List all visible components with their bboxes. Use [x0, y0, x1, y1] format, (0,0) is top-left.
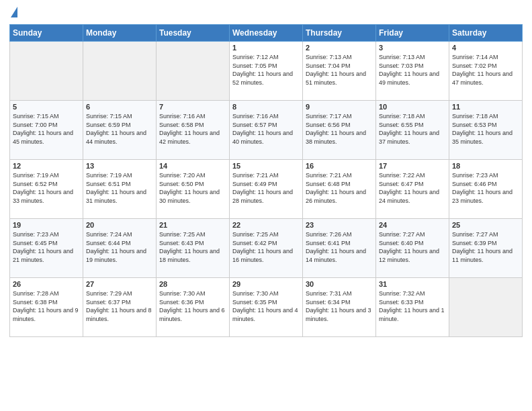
- day-cell-25: 25Sunrise: 7:27 AM Sunset: 6:39 PM Dayli…: [449, 219, 523, 278]
- day-info: Sunrise: 7:20 AM Sunset: 6:50 PM Dayligh…: [159, 171, 226, 205]
- day-cell-3: 3Sunrise: 7:13 AM Sunset: 7:03 PM Daylig…: [376, 42, 449, 101]
- day-info: Sunrise: 7:16 AM Sunset: 6:58 PM Dayligh…: [159, 112, 226, 146]
- day-cell-9: 9Sunrise: 7:17 AM Sunset: 6:56 PM Daylig…: [303, 101, 376, 160]
- day-cell-19: 19Sunrise: 7:23 AM Sunset: 6:45 PM Dayli…: [10, 219, 83, 278]
- day-info: Sunrise: 7:23 AM Sunset: 6:46 PM Dayligh…: [452, 171, 519, 205]
- day-info: Sunrise: 7:22 AM Sunset: 6:47 PM Dayligh…: [379, 171, 446, 205]
- weekday-header-tuesday: Tuesday: [157, 25, 230, 42]
- day-number: 2: [306, 44, 373, 52]
- logo-triangle-icon: [11, 7, 17, 17]
- day-number: 13: [86, 162, 153, 170]
- day-number: 20: [86, 221, 153, 229]
- day-number: 6: [86, 103, 153, 111]
- weekday-header-friday: Friday: [376, 25, 449, 42]
- day-number: 22: [232, 221, 300, 229]
- day-cell-22: 22Sunrise: 7:25 AM Sunset: 6:42 PM Dayli…: [230, 219, 303, 278]
- day-cell-1: 1Sunrise: 7:12 AM Sunset: 7:05 PM Daylig…: [230, 42, 303, 101]
- day-number: 8: [232, 103, 300, 111]
- day-number: 21: [159, 221, 226, 229]
- day-info: Sunrise: 7:12 AM Sunset: 7:05 PM Dayligh…: [232, 53, 300, 87]
- day-info: Sunrise: 7:25 AM Sunset: 6:42 PM Dayligh…: [232, 230, 300, 264]
- day-cell-26: 26Sunrise: 7:28 AM Sunset: 6:38 PM Dayli…: [10, 278, 83, 337]
- day-number: 4: [452, 44, 519, 52]
- day-info: Sunrise: 7:14 AM Sunset: 7:02 PM Dayligh…: [452, 53, 519, 87]
- day-cell-16: 16Sunrise: 7:21 AM Sunset: 6:48 PM Dayli…: [303, 160, 376, 219]
- day-cell-24: 24Sunrise: 7:27 AM Sunset: 6:40 PM Dayli…: [376, 219, 449, 278]
- day-info: Sunrise: 7:13 AM Sunset: 7:04 PM Dayligh…: [306, 53, 373, 87]
- weekday-header-monday: Monday: [83, 25, 157, 42]
- weekday-header-row: SundayMondayTuesdayWednesdayThursdayFrid…: [10, 25, 523, 42]
- day-cell-13: 13Sunrise: 7:19 AM Sunset: 6:51 PM Dayli…: [83, 160, 157, 219]
- day-number: 16: [306, 162, 373, 170]
- day-cell-7: 7Sunrise: 7:16 AM Sunset: 6:58 PM Daylig…: [157, 101, 230, 160]
- week-row-1: 1Sunrise: 7:12 AM Sunset: 7:05 PM Daylig…: [10, 42, 523, 101]
- day-cell-15: 15Sunrise: 7:21 AM Sunset: 6:49 PM Dayli…: [230, 160, 303, 219]
- day-number: 3: [379, 44, 446, 52]
- week-row-3: 12Sunrise: 7:19 AM Sunset: 6:52 PM Dayli…: [10, 160, 523, 219]
- day-cell-27: 27Sunrise: 7:29 AM Sunset: 6:37 PM Dayli…: [83, 278, 157, 337]
- day-number: 14: [159, 162, 226, 170]
- weekday-header-wednesday: Wednesday: [230, 25, 303, 42]
- day-number: 24: [379, 221, 446, 229]
- day-cell-18: 18Sunrise: 7:23 AM Sunset: 6:46 PM Dayli…: [449, 160, 523, 219]
- day-number: 10: [379, 103, 446, 111]
- day-cell-12: 12Sunrise: 7:19 AM Sunset: 6:52 PM Dayli…: [10, 160, 83, 219]
- day-number: 9: [306, 103, 373, 111]
- day-number: 12: [13, 162, 80, 170]
- day-info: Sunrise: 7:28 AM Sunset: 6:38 PM Dayligh…: [13, 289, 80, 323]
- week-row-5: 26Sunrise: 7:28 AM Sunset: 6:38 PM Dayli…: [10, 278, 523, 337]
- day-number: 30: [306, 280, 373, 288]
- day-number: 26: [13, 280, 80, 288]
- day-info: Sunrise: 7:19 AM Sunset: 6:51 PM Dayligh…: [86, 171, 153, 205]
- day-info: Sunrise: 7:27 AM Sunset: 6:39 PM Dayligh…: [452, 230, 519, 264]
- day-cell-8: 8Sunrise: 7:16 AM Sunset: 6:57 PM Daylig…: [230, 101, 303, 160]
- day-info: Sunrise: 7:16 AM Sunset: 6:57 PM Dayligh…: [232, 112, 300, 146]
- day-cell-11: 11Sunrise: 7:18 AM Sunset: 6:53 PM Dayli…: [449, 101, 523, 160]
- day-cell-6: 6Sunrise: 7:15 AM Sunset: 6:59 PM Daylig…: [83, 101, 157, 160]
- day-number: 19: [13, 221, 80, 229]
- day-info: Sunrise: 7:21 AM Sunset: 6:48 PM Dayligh…: [306, 171, 373, 205]
- empty-cell: [83, 42, 157, 101]
- day-number: 29: [232, 280, 300, 288]
- day-number: 17: [379, 162, 446, 170]
- day-cell-14: 14Sunrise: 7:20 AM Sunset: 6:50 PM Dayli…: [157, 160, 230, 219]
- day-info: Sunrise: 7:18 AM Sunset: 6:55 PM Dayligh…: [379, 112, 446, 146]
- day-number: 5: [13, 103, 80, 111]
- day-cell-5: 5Sunrise: 7:15 AM Sunset: 7:00 PM Daylig…: [10, 101, 83, 160]
- day-cell-2: 2Sunrise: 7:13 AM Sunset: 7:04 PM Daylig…: [303, 42, 376, 101]
- day-info: Sunrise: 7:23 AM Sunset: 6:45 PM Dayligh…: [13, 230, 80, 264]
- day-number: 15: [232, 162, 300, 170]
- day-info: Sunrise: 7:30 AM Sunset: 6:36 PM Dayligh…: [159, 289, 226, 323]
- day-info: Sunrise: 7:26 AM Sunset: 6:41 PM Dayligh…: [306, 230, 373, 264]
- day-number: 7: [159, 103, 226, 111]
- day-number: 11: [452, 103, 519, 111]
- day-cell-30: 30Sunrise: 7:31 AM Sunset: 6:34 PM Dayli…: [303, 278, 376, 337]
- day-info: Sunrise: 7:19 AM Sunset: 6:52 PM Dayligh…: [13, 171, 80, 205]
- day-cell-20: 20Sunrise: 7:24 AM Sunset: 6:44 PM Dayli…: [83, 219, 157, 278]
- day-info: Sunrise: 7:31 AM Sunset: 6:34 PM Dayligh…: [306, 289, 373, 323]
- day-cell-28: 28Sunrise: 7:30 AM Sunset: 6:36 PM Dayli…: [157, 278, 230, 337]
- day-number: 1: [232, 44, 300, 52]
- weekday-header-thursday: Thursday: [303, 25, 376, 42]
- day-cell-21: 21Sunrise: 7:25 AM Sunset: 6:43 PM Dayli…: [157, 219, 230, 278]
- day-info: Sunrise: 7:15 AM Sunset: 6:59 PM Dayligh…: [86, 112, 153, 146]
- calendar-table: SundayMondayTuesdayWednesdayThursdayFrid…: [9, 24, 523, 337]
- day-number: 28: [159, 280, 226, 288]
- day-info: Sunrise: 7:13 AM Sunset: 7:03 PM Dayligh…: [379, 53, 446, 87]
- day-info: Sunrise: 7:17 AM Sunset: 6:56 PM Dayligh…: [306, 112, 373, 146]
- empty-cell: [10, 42, 83, 101]
- day-info: Sunrise: 7:32 AM Sunset: 6:33 PM Dayligh…: [379, 289, 446, 323]
- header: [9, 7, 523, 19]
- day-cell-31: 31Sunrise: 7:32 AM Sunset: 6:33 PM Dayli…: [376, 278, 449, 337]
- day-info: Sunrise: 7:30 AM Sunset: 6:35 PM Dayligh…: [232, 289, 300, 323]
- day-number: 31: [379, 280, 446, 288]
- day-number: 27: [86, 280, 153, 288]
- day-info: Sunrise: 7:24 AM Sunset: 6:44 PM Dayligh…: [86, 230, 153, 264]
- day-info: Sunrise: 7:27 AM Sunset: 6:40 PM Dayligh…: [379, 230, 446, 264]
- empty-cell: [157, 42, 230, 101]
- day-cell-10: 10Sunrise: 7:18 AM Sunset: 6:55 PM Dayli…: [376, 101, 449, 160]
- weekday-header-saturday: Saturday: [449, 25, 523, 42]
- week-row-2: 5Sunrise: 7:15 AM Sunset: 7:00 PM Daylig…: [10, 101, 523, 160]
- day-info: Sunrise: 7:18 AM Sunset: 6:53 PM Dayligh…: [452, 112, 519, 146]
- day-number: 23: [306, 221, 373, 229]
